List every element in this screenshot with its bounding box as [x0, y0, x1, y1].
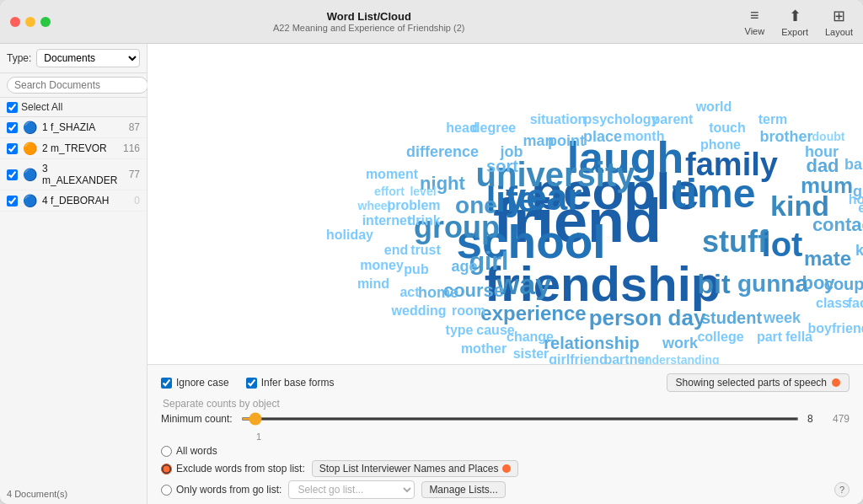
- layout-button[interactable]: ⊞ Layout: [825, 7, 853, 37]
- word-effort[interactable]: effort: [374, 185, 405, 197]
- word-money[interactable]: money: [360, 259, 404, 272]
- word-type[interactable]: type: [446, 324, 474, 337]
- word-boyfriend[interactable]: boyfriend: [808, 322, 863, 335]
- word-cause[interactable]: cause: [476, 324, 514, 337]
- select-all-checkbox[interactable]: [7, 102, 18, 113]
- exclude-label[interactable]: Exclude words from stop list:: [161, 463, 305, 475]
- word-point[interactable]: point: [548, 133, 585, 148]
- exclude-radio[interactable]: [161, 464, 172, 475]
- word-brother[interactable]: brother: [760, 129, 813, 144]
- golist-label[interactable]: Only words from go list:: [161, 484, 281, 496]
- word-mum[interactable]: mum: [801, 174, 853, 196]
- infer-base-label[interactable]: Infer base forms: [246, 377, 335, 389]
- word-wheel[interactable]: wheel: [358, 200, 391, 212]
- word-work[interactable]: work: [662, 335, 698, 351]
- ignore-case-checkbox[interactable]: [161, 378, 172, 389]
- manage-button[interactable]: Manage Lists...: [421, 481, 505, 498]
- window-title: Word List/Cloud: [0, 10, 745, 23]
- help-button[interactable]: ?: [834, 482, 850, 497]
- word-house-area[interactable]: house area: [849, 193, 863, 206]
- word-act[interactable]: act: [399, 286, 419, 299]
- word-baby[interactable]: baby: [844, 157, 863, 172]
- document-list: 🔵 1 f_SHAZIA 87 🟠 2 m_TREVOR 116 🔵 3 m_A…: [0, 117, 147, 484]
- doc-checkbox-4[interactable]: [7, 196, 18, 206]
- word-level[interactable]: level: [410, 185, 436, 197]
- word-pub[interactable]: pub: [404, 263, 428, 276]
- word-moment[interactable]: moment: [366, 168, 418, 181]
- all-words-label[interactable]: All words: [161, 445, 217, 457]
- doc-name-2: 2 m_TREVOR: [42, 142, 118, 154]
- export-button[interactable]: ⬆ Export: [781, 7, 808, 37]
- word-person[interactable]: person: [589, 307, 662, 329]
- golist-radio[interactable]: [161, 485, 172, 496]
- search-input[interactable]: [7, 77, 148, 94]
- stoplist-name: Stop List Interviewer Names and Places: [319, 463, 499, 475]
- word-bit[interactable]: bit: [697, 271, 730, 298]
- min-count-slider[interactable]: [241, 417, 799, 421]
- showing-speech-button[interactable]: Showing selected parts of speech: [667, 373, 850, 392]
- sidebar: Type: Documents ⇅ Select All 🔵 1 f_SHAZI…: [0, 44, 147, 504]
- word-wedding[interactable]: wedding: [392, 304, 447, 318]
- word-contact[interactable]: contact: [812, 216, 863, 234]
- word-problem[interactable]: problem: [387, 199, 440, 212]
- word-college[interactable]: college: [697, 330, 743, 344]
- word-sister[interactable]: sister: [513, 347, 549, 361]
- title-info: Word List/Cloud A22 Meaning and Experien…: [0, 10, 745, 33]
- word-difference[interactable]: difference: [406, 144, 479, 159]
- word-parent[interactable]: parent: [652, 113, 694, 126]
- word-couple[interactable]: couple: [824, 276, 863, 292]
- word-room[interactable]: room: [452, 304, 485, 318]
- word-mind[interactable]: mind: [357, 277, 389, 291]
- word-girlfriend[interactable]: girlfriend: [549, 353, 607, 364]
- main-content: Type: Documents ⇅ Select All 🔵 1 f_SHAZI…: [0, 44, 863, 504]
- type-select[interactable]: Documents: [36, 49, 140, 67]
- word-trust[interactable]: trust: [410, 244, 441, 257]
- word-part[interactable]: part: [757, 330, 782, 344]
- word-gunna[interactable]: gunna: [737, 272, 808, 296]
- word-world[interactable]: world: [696, 100, 732, 114]
- word-drink[interactable]: drink: [407, 214, 440, 228]
- word-phone[interactable]: phone: [700, 138, 741, 152]
- doc-icon-2: 🟠: [23, 142, 37, 155]
- word-month[interactable]: month: [624, 130, 665, 143]
- word-doubt[interactable]: doubt: [812, 131, 845, 142]
- word-home[interactable]: home: [418, 285, 458, 300]
- word-family[interactable]: family: [685, 148, 778, 180]
- word-end[interactable]: end: [384, 244, 408, 257]
- word-fact[interactable]: fact: [848, 297, 863, 310]
- word-kid[interactable]: kid: [855, 243, 863, 258]
- word-experience[interactable]: experience: [480, 303, 586, 324]
- word-understanding[interactable]: understanding: [637, 354, 719, 364]
- word-day[interactable]: day: [668, 307, 706, 329]
- word-job[interactable]: job: [501, 144, 523, 159]
- word-class[interactable]: class: [816, 297, 850, 310]
- word-mate[interactable]: mate: [804, 249, 851, 269]
- word-student[interactable]: student: [701, 309, 762, 326]
- word-age[interactable]: age: [451, 259, 477, 274]
- word-situation[interactable]: situation: [530, 113, 587, 126]
- doc-checkbox-2[interactable]: [7, 143, 18, 154]
- doc-checkbox-1[interactable]: [7, 122, 18, 133]
- word-week[interactable]: week: [764, 310, 801, 325]
- word-sort[interactable]: sort: [486, 158, 518, 174]
- word-one[interactable]: one: [455, 194, 497, 217]
- all-words-radio[interactable]: [161, 446, 172, 457]
- golist-select[interactable]: Select go list...: [288, 480, 415, 499]
- word-term[interactable]: term: [758, 113, 788, 126]
- word-degree[interactable]: degree: [472, 121, 516, 135]
- word-holiday[interactable]: holiday: [326, 228, 373, 242]
- word-internet[interactable]: internet: [362, 214, 412, 228]
- word-place[interactable]: place: [583, 129, 622, 144]
- word-relationship[interactable]: relationship: [544, 335, 639, 351]
- doc-checkbox-3[interactable]: [7, 169, 18, 180]
- word-fella[interactable]: fella: [785, 330, 812, 344]
- stoplist-button[interactable]: Stop List Interviewer Names and Places: [312, 460, 519, 477]
- view-button[interactable]: ≡ View: [745, 7, 765, 36]
- ignore-case-label[interactable]: Ignore case: [161, 377, 229, 389]
- infer-base-checkbox[interactable]: [246, 378, 257, 389]
- word-psychology[interactable]: psychology: [584, 113, 659, 126]
- word-touch[interactable]: touch: [709, 121, 746, 135]
- word-stuff[interactable]: stuff: [702, 227, 768, 257]
- word-mother[interactable]: mother: [461, 342, 507, 356]
- word-hour[interactable]: hour: [805, 144, 839, 159]
